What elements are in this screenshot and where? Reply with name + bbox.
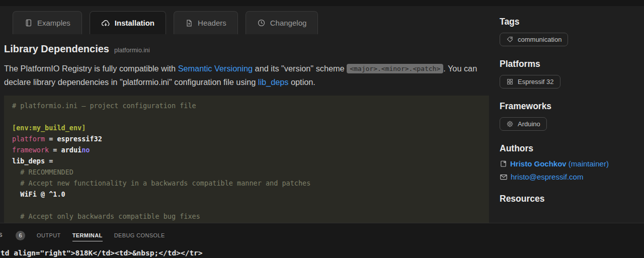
chip-label: Espressif 32 [518,78,554,85]
inline-link[interactable]: Semantic Versioning [178,64,253,73]
code-line: [env:my_build_env] [12,122,489,133]
sidebar-section-platforms: PlatformsEspressif 32 [500,59,640,89]
code-line: # Accept only backwards compatible bug f… [12,211,489,222]
tab-label: Headers [198,19,226,27]
top-band [0,0,644,6]
gear-icon [506,120,514,128]
terminal-output-line: td align="right">818K</td><td>&nbsp;</td… [1,249,203,257]
tab-label: Installation [115,19,154,27]
file-add-icon [185,19,193,27]
author-link[interactable]: hristo@espressif.com [511,173,583,181]
code-token: platform [12,135,45,143]
vscode-webview: ExamplesInstallationHeadersChangelog Lib… [0,0,644,258]
bottom-panel: PROBLEMS 6 OUTPUTTERMINALDEBUG CONSOLE t… [0,223,644,258]
sidebar-section-frameworks: FrameworksArduino [500,101,640,131]
tab-label: Changelog [270,19,307,27]
code-line [12,111,489,122]
code-line: framework = arduino [12,144,489,155]
version-scheme-pill: <major>.<minor>.<patch> [347,64,443,73]
author-line: hristo@espressif.com [500,173,640,181]
code-token: # RECOMMENDED [12,168,73,176]
code-block-platformio-ini: # platformio.ini – project configuration… [4,96,489,223]
intro-paragraph: The PlatformIO Registry is fully compati… [4,62,490,89]
code-token: [env:my_build_env] [12,124,86,132]
tag-icon [506,36,514,43]
tab-label: Examples [37,19,70,27]
code-line: # Accept new functionality in a backward… [12,178,489,189]
panel-tab-output[interactable]: OUTPUT [37,232,61,243]
page-title-text: Library Dependencies [4,43,109,54]
code-line: WiFi @ ^1.0 [12,189,489,200]
chip-label: communication [518,36,561,43]
grid-icon [506,78,514,85]
code-line: platform = espressif32 [12,133,489,144]
code-line: # platformio.ini – project configuration… [12,100,489,111]
panel-tab-debug-console[interactable]: DEBUG CONSOLE [114,232,165,243]
code-line: # RECOMMENDED [12,166,489,178]
problems-count-badge[interactable]: 6 [16,231,25,240]
problems-label: PROBLEMS [0,232,3,238]
page-tabbar: ExamplesInstallationHeadersChangelog [13,11,318,34]
paragraph-text: and its "version" scheme [253,64,347,73]
panel-tabbar: PROBLEMS 6 OUTPUTTERMINALDEBUG CONSOLE [0,223,644,242]
panel-tab-problems-clipped[interactable]: PROBLEMS [0,232,3,239]
tab-changelog[interactable]: Changelog [246,11,318,34]
chip-row: communication [500,33,640,46]
chip-row: Arduino [500,117,640,131]
author-text: Hristo Gochkov (maintainer) [510,159,609,168]
chip-communication[interactable]: communication [500,33,568,46]
code-token: no [82,146,90,154]
sidebar-heading: Authors [500,143,640,154]
sidebar-heading: Resources [500,194,640,204]
author-text: hristo@espressif.com [511,173,583,181]
tab-headers[interactable]: Headers [174,11,238,34]
sidebar-section-authors: AuthorsHristo Gochkov (maintainer)hristo… [500,143,640,181]
author-link[interactable]: Hristo Gochkov [510,159,567,168]
clock-icon [257,19,266,27]
tab-examples[interactable]: Examples [13,11,82,34]
chip-row: Espressif 32 [500,75,640,89]
code-token: # Accept new functionality in a backward… [12,179,310,187]
examples-file-icon [24,19,33,27]
tab-installation[interactable]: Installation [90,11,166,34]
code-token: = [45,157,53,165]
chip-arduino[interactable]: Arduino [500,117,547,131]
page-title: Library Dependenciesplatformio.ini [4,43,490,55]
sidebar-heading: Platforms [500,59,640,69]
author-link[interactable]: (maintainer) [567,159,609,168]
inline-link[interactable]: lib_deps [258,77,289,87]
code-token: espressif32 [57,135,102,143]
code-token: = [45,135,57,143]
cloud-download-icon [101,19,110,28]
paragraph-text: option. [288,77,315,87]
chip-espressif-32[interactable]: Espressif 32 [500,75,560,89]
sidebar-heading: Frameworks [500,101,640,112]
person-card-icon [500,160,507,167]
code-token: WiFi @ ^1.0 [12,190,65,198]
code-token: # Accept only backwards compatible bug f… [12,212,200,220]
page-title-suffix: platformio.ini [114,47,150,54]
sidebar-section-resources: Resources [500,194,640,204]
paragraph-text: The PlatformIO Registry is fully compati… [4,64,178,73]
chip-label: Arduino [518,120,540,128]
code-line: lib_deps = [12,155,489,166]
envelope-icon [500,173,508,181]
code-token: lib_deps [12,157,45,165]
author-line: Hristo Gochkov (maintainer) [500,159,640,168]
sidebar-section-tags: Tagscommunication [500,17,640,46]
panel-tab-terminal[interactable]: TERMINAL [72,232,103,243]
code-token: framework [12,146,49,154]
sidebar-heading: Tags [500,17,640,27]
code-token: = [49,146,61,154]
article: Library Dependenciesplatformio.ini The P… [4,43,490,89]
code-token: ardui [61,146,82,154]
meta-sidebar: TagscommunicationPlatformsEspressif 32Fr… [500,17,640,217]
code-token: # platformio.ini – project configuration… [12,102,196,110]
code-line [12,200,489,211]
